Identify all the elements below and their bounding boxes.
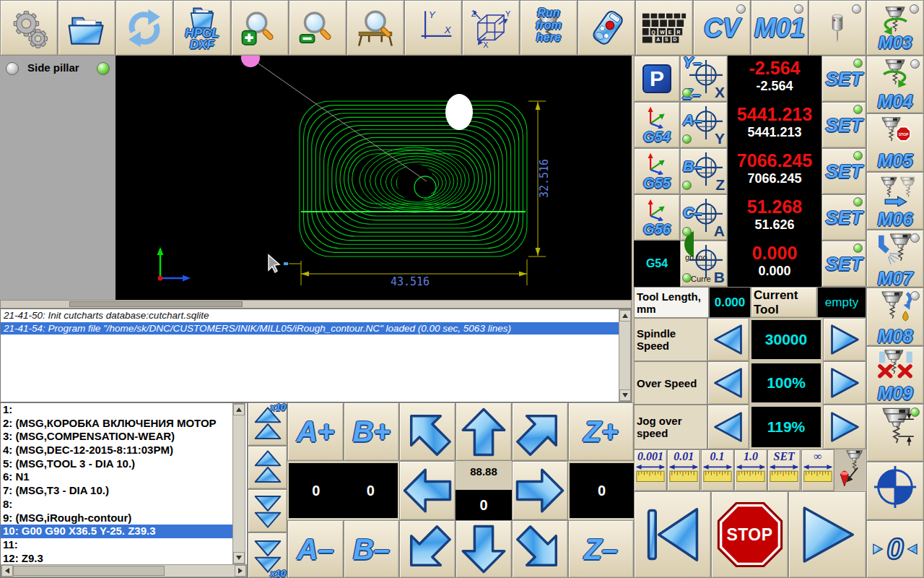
axis-select-y-button[interactable]: YA–	[680, 102, 728, 148]
jog-z-minus-button[interactable]: Z–	[568, 520, 634, 578]
scroll-left-button[interactable]	[1, 565, 13, 577]
over-speed-increase-button[interactable]	[823, 361, 866, 405]
scroll-up-button[interactable]	[619, 310, 631, 322]
gcode-line[interactable]: 5: (MSG,TOOL 3 - DIA 10.)	[1, 457, 232, 471]
step-0_001-button[interactable]: 0.001	[634, 449, 667, 491]
rewind-button[interactable]	[634, 491, 711, 578]
toolbar-pendant-button[interactable]	[578, 0, 635, 56]
axis-select-a-button[interactable]: AC–	[680, 194, 728, 241]
tool-measure-button[interactable]	[866, 404, 924, 462]
jog-left-button[interactable]	[399, 461, 456, 520]
gcode-list[interactable]: 1:2: (MSG,КОРОБКА ВКЛЮЧЕНИЯ МОТОР3: (MSG…	[0, 402, 248, 578]
status-led[interactable]	[910, 233, 920, 243]
viewport-hscrollbar[interactable]	[0, 300, 632, 309]
gcode-line[interactable]: 12: Z9.3	[1, 552, 232, 566]
toolpath-viewport[interactable]: 43.51632.516	[116, 56, 632, 300]
spindle-speed-decrease-button[interactable]	[707, 318, 749, 361]
step-0_1-button[interactable]: 0.1	[701, 449, 734, 491]
jog-a-plus-button[interactable]: A+	[287, 402, 344, 461]
over-speed-decrease-button[interactable]	[707, 361, 749, 405]
scroll-right-button[interactable]	[235, 565, 246, 577]
m07-coolant-mist-button[interactable]: M07	[866, 230, 924, 288]
message-log[interactable]: 21-41-50: Init cutcharts database:cutcha…	[0, 309, 632, 402]
m08-coolant-flood-button[interactable]: M08	[866, 288, 924, 345]
gcode-line[interactable]: 10: G00 G90 X36.5 Y-25. Z39.3	[1, 525, 232, 538]
set-x-button[interactable]: SET	[821, 56, 866, 102]
jog-down-left-button[interactable]	[399, 520, 456, 578]
toolbar-m01-optional-stop-button[interactable]: M01	[751, 0, 808, 56]
jog-z-plus-button[interactable]: Z+	[568, 402, 634, 461]
gcode-line[interactable]: 8:	[1, 498, 232, 512]
status-led[interactable]	[852, 4, 861, 14]
axis-select-x-button[interactable]: XY–Z–	[680, 56, 728, 102]
toolbar-zoom-out-button[interactable]	[289, 0, 346, 56]
goto-zero-button[interactable]: 0	[866, 520, 924, 578]
gcode-line[interactable]: 6: N1	[1, 470, 232, 484]
jog-y-minus-x10-button[interactable]: x10	[248, 532, 287, 578]
datum-button[interactable]	[866, 462, 924, 519]
spindle-speed-increase-button[interactable]	[823, 318, 866, 361]
step-1_0-button[interactable]: 1.0	[734, 449, 767, 491]
jog-down-button[interactable]	[456, 520, 512, 578]
gcode-line[interactable]: 4: (MSG,DEC-12-2015-8:11:03PM)	[1, 444, 232, 457]
wcs-g54-button[interactable]: G54	[634, 102, 680, 148]
status-led[interactable]	[910, 4, 919, 14]
scroll-down-button[interactable]	[619, 389, 631, 401]
m05-spindle-stop-button[interactable]: STOPM05	[866, 113, 924, 171]
viewport-hscroll-handle[interactable]	[69, 301, 243, 307]
gcode-line[interactable]: 3: (MSG,COMPENSATION-WEAR)	[1, 430, 232, 444]
set-b-button[interactable]: SET	[821, 241, 866, 287]
scroll-up-button[interactable]	[233, 404, 245, 415]
jog-down-right-button[interactable]	[512, 520, 568, 578]
status-led[interactable]	[910, 407, 920, 417]
toolbar-settings-button[interactable]	[0, 0, 58, 56]
toolbar-reload-button[interactable]	[116, 0, 173, 56]
toolbar-m03-spindle-cw-button[interactable]: M03	[866, 0, 924, 56]
toolbar-view-xy-button[interactable]: Y X	[404, 0, 462, 56]
gcode-line[interactable]: 9: (MSG,iRough-contour)	[1, 512, 232, 525]
step-set-button[interactable]: SET	[767, 449, 801, 491]
log-scrollbar[interactable]	[619, 309, 631, 402]
jog-b-minus-button[interactable]: B–	[344, 520, 399, 578]
status-led[interactable]	[910, 291, 920, 301]
toolbar-zoom-in-button[interactable]	[231, 0, 289, 56]
gcode-line[interactable]: 7: (MSG,T3 - DIA 10.)	[1, 484, 232, 498]
jog-a-minus-button[interactable]: A–	[287, 520, 344, 578]
scroll-down-button[interactable]	[233, 552, 245, 564]
toolbar-run-from-here-button[interactable]: Run from here	[520, 0, 578, 56]
jog-y-plus-button[interactable]	[248, 446, 287, 489]
gcode-hscrollbar[interactable]	[1, 564, 247, 577]
gcode-line[interactable]: 1:	[1, 403, 232, 417]
toolbar-probe-button[interactable]	[808, 0, 866, 56]
set-y-button[interactable]: SET	[821, 102, 866, 148]
status-led[interactable]	[736, 4, 746, 14]
toolbar-zoom-fit-button[interactable]	[346, 0, 404, 56]
status-led[interactable]	[910, 59, 920, 69]
step-infinite-button[interactable]: ∞	[801, 449, 834, 491]
jog-up-left-button[interactable]	[399, 402, 456, 461]
gcode-vscrollbar[interactable]	[232, 403, 245, 564]
jog-right-button[interactable]	[512, 461, 568, 520]
toolbar-keyboard-button[interactable]: QWER ASD	[635, 0, 693, 56]
m09-coolant-off-button[interactable]: M09	[866, 346, 924, 404]
jog-y-minus-button[interactable]	[248, 489, 287, 532]
set-z-button[interactable]: SET	[821, 148, 866, 194]
side-pillar-left-led[interactable]	[6, 62, 19, 75]
jog-up-button[interactable]	[456, 402, 512, 461]
toolbar-import-hpgl-dxf-button[interactable]: HPGL DXF	[173, 0, 231, 56]
side-pillar-right-led[interactable]	[97, 62, 110, 75]
toolbar-cv-mode-button[interactable]: CV	[693, 0, 751, 56]
jog-up-right-button[interactable]	[512, 402, 568, 461]
gcode-line[interactable]: 11:	[1, 538, 232, 552]
toolbar-view-iso-button[interactable]: Z Y X	[462, 0, 520, 56]
wcs-g55-button[interactable]: G55	[634, 148, 680, 194]
step-0_01-button[interactable]: 0.01	[667, 449, 700, 491]
axis-select-z-button[interactable]: ZB–	[680, 148, 728, 194]
set-a-button[interactable]: SET	[821, 194, 866, 241]
jog-b-plus-button[interactable]: B+	[344, 402, 399, 461]
log-line[interactable]: 21-41-54: Program file "/home/sk/DNC/CUS…	[1, 322, 619, 335]
park-button[interactable]: P	[634, 56, 680, 102]
toolbar-open-file-button[interactable]	[58, 0, 116, 56]
status-led[interactable]	[794, 4, 803, 14]
log-line[interactable]: 21-41-50: Init cutcharts database:cutcha…	[1, 309, 619, 322]
